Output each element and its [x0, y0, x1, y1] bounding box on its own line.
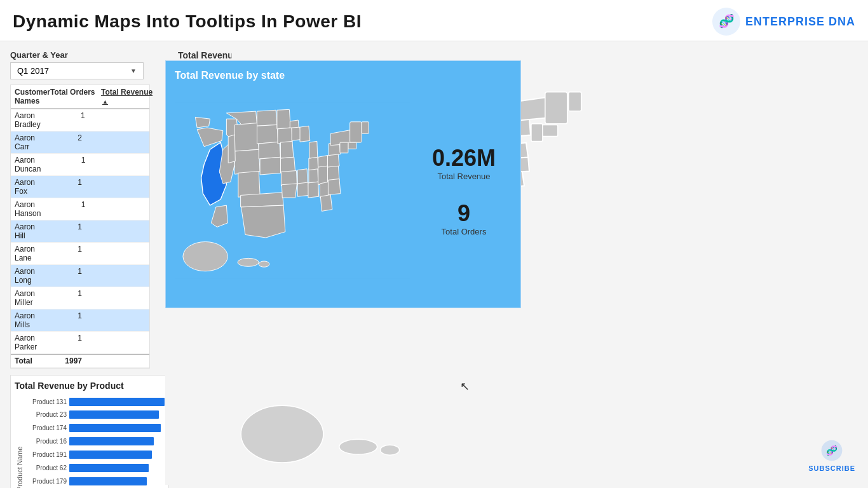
table-row: Aaron Hanson1: [11, 198, 149, 220]
bar-row: Product 62: [25, 462, 165, 473]
total-orders-stat: 9 Total Orders: [442, 200, 487, 236]
bar-row: Product 179: [25, 475, 165, 487]
col-total-orders: Total Orders: [50, 88, 101, 105]
svg-point-8: [241, 405, 323, 463]
svg-rect-13: [362, 122, 369, 134]
header: Dynamic Maps Into Tooltips In Power BI 🧬…: [0, 0, 868, 41]
table-row: Aaron Bradley1: [11, 109, 149, 132]
bar-product-label: Product 131: [25, 398, 69, 405]
customer-table: Customer Names Total Orders Total Revenu…: [10, 85, 150, 369]
subscribe-area[interactable]: 🧬 SUBSCRIBE: [808, 439, 855, 472]
col-total-revenue: Total Revenue ▲: [101, 88, 158, 105]
table-row: Aaron Mills1: [11, 309, 149, 332]
logo-text: ENTERPRISE DNA: [745, 15, 855, 29]
y-axis-label: Product Name: [15, 396, 25, 488]
svg-point-10: [381, 445, 400, 455]
page-title: Dynamic Maps Into Tooltips In Power BI: [13, 11, 362, 32]
table-row: Aaron Lane1: [11, 243, 149, 265]
table-row: Aaron Hill1: [11, 220, 149, 243]
svg-point-17: [238, 258, 259, 266]
bar-row: Product 23: [25, 409, 165, 421]
table-total-row: Total1997: [11, 354, 149, 368]
total-orders-value: 9: [442, 200, 487, 227]
quarter-year-dropdown[interactable]: Q1 2017 ▼: [10, 62, 144, 79]
bar-fill: [69, 464, 149, 472]
table-row: Aaron Duncan1: [11, 154, 149, 176]
bar-fill: [69, 437, 154, 445]
bar-product-label: Product 16: [25, 438, 69, 445]
table-row: Aaron Long1: [11, 265, 149, 287]
tooltip-map: [175, 88, 410, 294]
bar-row: Product 131: [25, 396, 165, 407]
bar-product-label: Product 179: [25, 478, 69, 485]
chevron-down-icon: ▼: [130, 67, 137, 74]
svg-point-18: [259, 261, 269, 267]
bar-chart-container: Product Name Product 131Product 23Produc…: [15, 396, 165, 488]
svg-rect-15: [340, 142, 348, 153]
bar-row: Product 191: [25, 449, 165, 461]
bar-chart-section: Total Revenue by Product Product Name Pr…: [10, 375, 169, 488]
svg-point-16: [183, 241, 227, 271]
bar-fill: [69, 451, 152, 459]
bar-product-label: Product 62: [25, 464, 69, 471]
bar-fill: [69, 424, 161, 432]
bar-fill: [69, 477, 147, 485]
tooltip-title: Total Revenue by state: [175, 70, 512, 81]
bar-row: Product 174: [25, 423, 165, 434]
bar-product-label: Product 191: [25, 451, 69, 458]
bar-chart-title: Total Revenue by Product: [15, 381, 165, 391]
svg-rect-6: [542, 125, 558, 137]
dropdown-value: Q1 2017: [17, 66, 49, 76]
bar-fill: [69, 410, 159, 419]
table-row: Aaron Miller1: [11, 287, 149, 309]
tooltip-overlay: Total Revenue by state: [165, 60, 521, 308]
svg-text:🧬: 🧬: [826, 445, 838, 456]
total-revenue-value: 0.26M: [432, 145, 496, 172]
left-panel: Quarter & Year Q1 2017 ▼ Customer Names …: [0, 41, 165, 485]
svg-point-9: [339, 439, 377, 454]
tooltip-stats: 0.26M Total Revenue 9 Total Orders: [416, 88, 512, 294]
col-customer-names: Customer Names: [15, 88, 50, 105]
svg-rect-4: [545, 92, 567, 124]
svg-rect-12: [350, 122, 362, 142]
dna-logo-icon: 🧬: [712, 8, 740, 36]
table-row: Aaron Parker1: [11, 332, 149, 354]
subscribe-label[interactable]: SUBSCRIBE: [808, 464, 855, 472]
bar-fill: [69, 398, 165, 406]
svg-text:🧬: 🧬: [718, 13, 734, 29]
main-content: Quarter & Year Q1 2017 ▼ Customer Names …: [0, 41, 868, 485]
svg-rect-5: [569, 92, 581, 111]
table-header: Customer Names Total Orders Total Revenu…: [11, 85, 149, 109]
total-revenue-label: Total Revenue: [432, 172, 496, 181]
total-revenue-stat: 0.26M Total Revenue: [432, 145, 496, 181]
subscribe-dna-icon: 🧬: [820, 439, 843, 462]
right-panel: Total Revenue by state: [165, 41, 868, 485]
bars-area: Product 131Product 23Product 174Product …: [25, 396, 165, 488]
total-orders-label: Total Orders: [442, 227, 487, 236]
table-row: Aaron Carr2: [11, 132, 149, 154]
filter-label: Quarter & Year: [10, 50, 159, 60]
svg-rect-7: [531, 124, 543, 142]
logo-area: 🧬 ENTERPRISE DNA: [712, 8, 855, 36]
bar-product-label: Product 174: [25, 424, 69, 431]
svg-rect-14: [348, 142, 356, 149]
tooltip-content: 0.26M Total Revenue 9 Total Orders: [175, 88, 512, 294]
bar-row: Product 16: [25, 436, 165, 447]
table-row: Aaron Fox1: [11, 176, 149, 198]
bar-product-label: Product 23: [25, 411, 69, 418]
